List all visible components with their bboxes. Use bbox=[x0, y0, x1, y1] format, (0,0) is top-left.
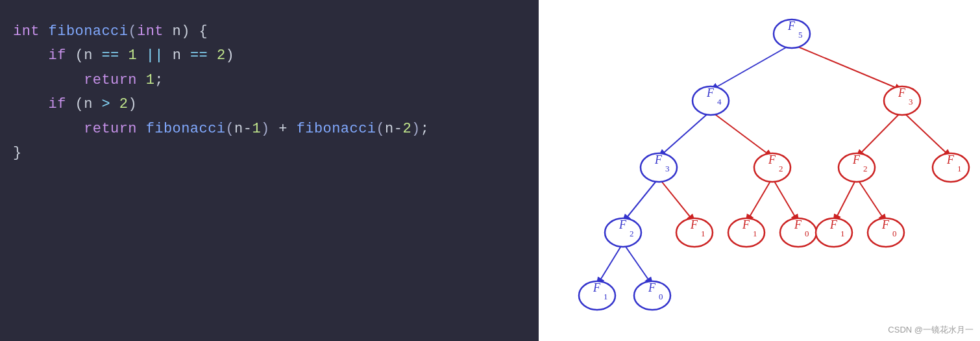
svg-line-3 bbox=[711, 111, 772, 157]
svg-text:1: 1 bbox=[957, 164, 962, 173]
svg-text:F: F bbox=[898, 86, 906, 99]
svg-text:1: 1 bbox=[840, 229, 845, 238]
svg-text:5: 5 bbox=[798, 30, 803, 40]
svg-text:4: 4 bbox=[717, 97, 722, 107]
svg-text:F: F bbox=[852, 153, 861, 166]
svg-text:1: 1 bbox=[753, 229, 757, 238]
svg-text:3: 3 bbox=[909, 97, 913, 107]
code-line-1: int fibonacci(int n) { bbox=[13, 19, 526, 44]
svg-line-1 bbox=[792, 44, 902, 90]
svg-line-7 bbox=[659, 178, 694, 222]
svg-text:F: F bbox=[690, 218, 698, 231]
code-panel: int fibonacci(int n) { if (n == 1 || n =… bbox=[0, 0, 539, 341]
svg-text:F: F bbox=[829, 218, 838, 231]
svg-text:2: 2 bbox=[779, 164, 783, 173]
tree-panel: F 5 F 4 F 3 F 3 F 2 F 2 F 1 F 2 F 1 bbox=[539, 0, 980, 341]
code-line-4: if (n > 2) bbox=[13, 92, 526, 116]
svg-line-12 bbox=[597, 243, 623, 285]
svg-text:F: F bbox=[742, 218, 750, 231]
svg-line-10 bbox=[834, 178, 857, 222]
svg-text:1: 1 bbox=[604, 292, 608, 301]
svg-text:F: F bbox=[593, 281, 601, 294]
svg-line-0 bbox=[711, 44, 792, 90]
svg-line-6 bbox=[623, 178, 659, 222]
svg-line-11 bbox=[857, 178, 886, 222]
svg-text:1: 1 bbox=[701, 229, 705, 238]
code-line-2: if (n == 1 || n == 2) bbox=[13, 44, 526, 68]
watermark: CSDN @一镜花水月一 bbox=[888, 324, 974, 336]
svg-text:F: F bbox=[654, 153, 663, 166]
svg-line-8 bbox=[746, 178, 772, 222]
fibonacci-tree-svg: F 5 F 4 F 3 F 3 F 2 F 2 F 1 F 2 F 1 bbox=[539, 0, 980, 341]
svg-text:F: F bbox=[768, 153, 776, 166]
svg-text:0: 0 bbox=[659, 292, 663, 301]
svg-text:F: F bbox=[648, 281, 656, 294]
svg-line-5 bbox=[902, 111, 951, 157]
code-line-3: return 1; bbox=[13, 68, 526, 92]
svg-text:F: F bbox=[787, 19, 796, 32]
svg-line-2 bbox=[659, 111, 711, 157]
svg-text:F: F bbox=[794, 218, 802, 231]
code-line-5: return fibonacci(n-1) + fibonacci(n-2); bbox=[13, 117, 526, 141]
svg-line-13 bbox=[623, 243, 652, 285]
svg-text:2: 2 bbox=[863, 164, 868, 173]
code-line-6: } bbox=[13, 141, 526, 165]
svg-text:0: 0 bbox=[805, 229, 809, 238]
svg-line-4 bbox=[857, 111, 902, 157]
svg-line-9 bbox=[772, 178, 798, 222]
svg-text:F: F bbox=[881, 218, 890, 231]
svg-text:3: 3 bbox=[665, 164, 670, 173]
svg-text:F: F bbox=[619, 218, 627, 231]
svg-text:F: F bbox=[706, 86, 715, 99]
svg-text:F: F bbox=[946, 153, 955, 166]
svg-text:0: 0 bbox=[892, 229, 897, 238]
svg-text:2: 2 bbox=[630, 229, 634, 238]
